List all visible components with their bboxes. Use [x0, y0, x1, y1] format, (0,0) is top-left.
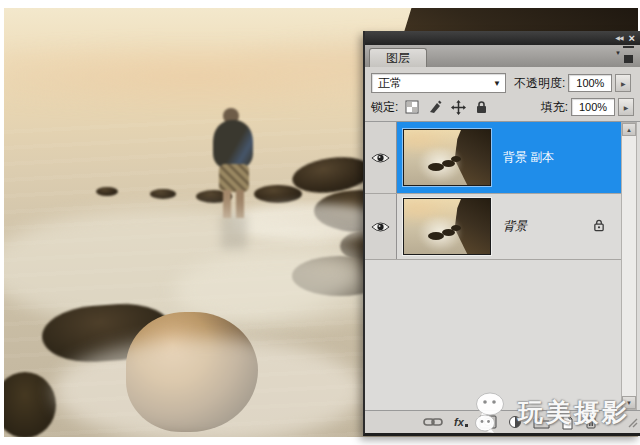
- lock-position-button[interactable]: [449, 99, 467, 116]
- layer-visibility-toggle[interactable]: [365, 122, 397, 193]
- layers-panel: ◀◀ × 图层 ▼ 正常 ▼ 不透明度: 100% ▶: [363, 31, 640, 436]
- panel-titlebar: ◀◀ ×: [365, 31, 640, 45]
- photo-person-torso: [213, 120, 253, 168]
- panel-menu-button[interactable]: ▼: [615, 50, 634, 56]
- layer-visibility-toggle[interactable]: [365, 194, 397, 259]
- layer-locked-badge: [593, 218, 605, 236]
- menu-lines-icon: [623, 46, 634, 55]
- tab-layers[interactable]: 图层: [369, 48, 427, 67]
- layer-style-button[interactable]: fx: [454, 416, 468, 428]
- photo-rock: [96, 187, 118, 196]
- layer-thumbnail[interactable]: [403, 129, 491, 186]
- blend-mode-select[interactable]: 正常 ▼: [371, 73, 506, 93]
- lock-label: 锁定:: [371, 99, 398, 116]
- fx-dot-icon: [465, 424, 468, 427]
- photo-rock: [254, 185, 302, 203]
- scrollbar[interactable]: ▲ ▼: [621, 122, 637, 410]
- move-icon: [451, 100, 466, 115]
- chevron-down-icon: ▼: [493, 79, 501, 88]
- opacity-spinner-button[interactable]: ▶: [615, 74, 631, 92]
- eye-icon: [371, 221, 390, 233]
- panel-controls: 正常 ▼ 不透明度: 100% ▶ 锁定:: [365, 67, 640, 121]
- arrow-right-icon: ▶: [621, 80, 626, 87]
- layer-name[interactable]: 背景 副本: [503, 149, 554, 166]
- scroll-up-button[interactable]: ▲: [622, 123, 636, 136]
- checkerboard-icon: [405, 100, 419, 114]
- watermark: 玩美摄影: [472, 390, 630, 434]
- lock-transparency-button[interactable]: [403, 99, 421, 116]
- screenshot-root: ◀◀ × 图层 ▼ 正常 ▼ 不透明度: 100% ▶: [0, 0, 640, 445]
- opacity-input[interactable]: 100%: [568, 74, 612, 92]
- close-panel-button[interactable]: ×: [629, 33, 635, 44]
- eye-icon: [371, 152, 390, 164]
- fill-spinner-button[interactable]: ▶: [618, 98, 634, 116]
- layer-thumbnail-image: [404, 130, 490, 185]
- photo-rock: [150, 189, 176, 199]
- chevron-down-icon: ▼: [615, 50, 621, 56]
- photo-person-shorts: [219, 164, 249, 192]
- lock-fill-row: 锁定: 填充: 100%: [371, 95, 634, 119]
- lock-paint-button[interactable]: [426, 99, 444, 116]
- photo-mist: [54, 338, 364, 437]
- layers-list: 背景 副本 背景 ▲ ▼: [365, 121, 640, 410]
- fx-icon: fx: [454, 416, 464, 428]
- chain-link-icon: [423, 417, 443, 427]
- lock-all-button[interactable]: [472, 99, 490, 116]
- link-layers-button[interactable]: [423, 417, 443, 427]
- arrow-right-icon: ▶: [624, 104, 629, 111]
- lock-icon: [475, 100, 488, 114]
- lock-buttons: [403, 99, 490, 116]
- brush-icon: [428, 100, 442, 114]
- panel-tabbar: 图层 ▼: [365, 45, 640, 67]
- opacity-label: 不透明度:: [514, 75, 565, 92]
- lock-icon: [593, 218, 605, 232]
- layer-row-background-copy[interactable]: 背景 副本: [365, 122, 621, 194]
- layer-thumbnail-image: [404, 199, 490, 254]
- layer-thumbnail[interactable]: [403, 198, 491, 255]
- blend-opacity-row: 正常 ▼ 不透明度: 100% ▶: [371, 71, 634, 95]
- collapse-to-icons-button[interactable]: ◀◀: [615, 35, 622, 41]
- layer-row-background[interactable]: 背景: [365, 194, 621, 260]
- fill-label: 填充:: [541, 99, 568, 116]
- layer-name[interactable]: 背景: [503, 218, 527, 235]
- wechat-icon: [472, 390, 514, 434]
- blend-mode-value: 正常: [378, 75, 402, 92]
- watermark-text: 玩美摄影: [517, 396, 630, 429]
- fill-input[interactable]: 100%: [571, 98, 615, 116]
